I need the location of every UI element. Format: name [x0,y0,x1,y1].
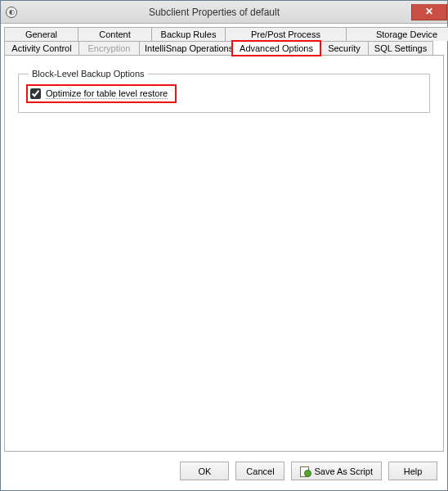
save-as-script-button[interactable]: Save As Script [291,462,382,480]
tab-advanced-options[interactable]: Advanced Options [232,41,320,56]
group-block-level-backup: Block-Level Backup Options Optimize for … [18,69,430,113]
tab-storage-device[interactable]: Storage Device [346,27,448,41]
save-as-script-label: Save As Script [314,466,373,476]
tab-content[interactable]: Content [78,27,152,41]
dialog-window: ◐ Subclient Properties of default ✕ Gene… [0,0,448,491]
app-icon: ◐ [6,7,17,18]
close-button[interactable]: ✕ [411,4,447,20]
help-button[interactable]: Help [388,462,437,480]
tab-panel-advanced-options: Block-Level Backup Options Optimize for … [4,55,444,452]
title-bar: ◐ Subclient Properties of default ✕ [1,1,447,24]
tab-sql-settings[interactable]: SQL Settings [368,41,433,56]
tab-encryption[interactable]: Encryption [78,41,140,56]
ok-button[interactable]: OK [180,462,229,480]
tab-intellisnap-operations[interactable]: IntelliSnap Operations [139,41,233,56]
tab-backup-rules[interactable]: Backup Rules [151,27,226,41]
checkbox-label: Optimize for table level restore [46,88,168,99]
tab-row-2: Activity Control Encryption IntelliSnap … [4,41,444,56]
tab-activity-control[interactable]: Activity Control [4,41,79,56]
tab-pre-post-process[interactable]: Pre/Post Process [225,27,347,41]
button-bar: OK Cancel Save As Script Help [1,455,447,490]
checkbox-optimize-table-restore[interactable] [30,88,41,99]
cancel-button[interactable]: Cancel [235,462,284,480]
tab-row-1: General Content Backup Rules Pre/Post Pr… [4,27,444,41]
tab-strip: General Content Backup Rules Pre/Post Pr… [1,24,447,56]
group-legend: Block-Level Backup Options [29,69,148,79]
close-icon: ✕ [425,6,433,17]
checkbox-row-optimize[interactable]: Optimize for table level restore [29,87,174,101]
window-title: Subclient Properties of default [17,7,411,18]
script-icon [300,466,310,476]
tab-general[interactable]: General [4,27,78,41]
tab-security[interactable]: Security [320,41,369,56]
